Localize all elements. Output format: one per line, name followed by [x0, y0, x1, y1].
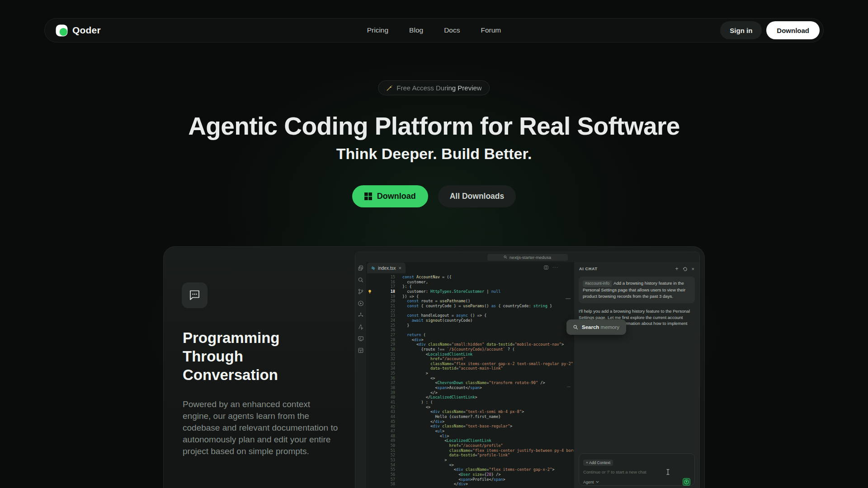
preview-badge: Free Access During Preview [378, 80, 490, 95]
code-line: 36 <> [366, 376, 574, 381]
ai-chat-panel: AI CHAT + × #account-infoAdd a browsing … [574, 262, 699, 488]
code-line: 19}) => { [366, 294, 574, 299]
code-line: 51 className="flex items-center justify-… [366, 448, 574, 453]
run-icon[interactable] [358, 300, 364, 307]
debug-icon[interactable] [358, 324, 364, 330]
hero-cta-row: Download All Downloads [0, 185, 868, 207]
code-line: 56 <User size={20} /> [366, 472, 574, 477]
code-line: 22 [366, 309, 574, 314]
search-memory-label-secondary: memory [601, 324, 620, 330]
code-line: 53 > [366, 458, 574, 463]
minimap-mark [567, 386, 571, 387]
code-line: 27 return ( [366, 333, 574, 338]
brand-logo[interactable]: Qoder [56, 24, 101, 37]
code-line: 52 data-testid="profile-link" [366, 453, 574, 458]
more-actions-icon[interactable]: ··· [552, 266, 558, 269]
code-editor: index.tsx × ··· 15const AccountNav = ({1… [366, 262, 574, 488]
ide-window: nextjs-starter-medusa index.tsx × [355, 252, 700, 488]
explorer-icon[interactable] [358, 265, 364, 272]
code-line: 29 <div className="small:hidden" data-te… [366, 342, 574, 347]
nav-link-pricing[interactable]: Pricing [367, 26, 388, 34]
code-line: 24 await signout(countryCode) [366, 318, 574, 323]
code-line: 54 <> [366, 463, 574, 468]
editor-tab-index-tsx[interactable]: index.tsx × [367, 263, 406, 273]
code-line: 34 data-testid="account-main-link" [366, 366, 574, 371]
tab-label: index.tsx [378, 266, 396, 271]
chat-title: AI CHAT [579, 267, 598, 271]
chevron-down-icon [596, 481, 599, 483]
react-icon [371, 266, 375, 270]
all-downloads-button[interactable]: All Downloads [438, 185, 516, 207]
add-context-button[interactable]: + Add Context [583, 460, 613, 466]
search-icon [573, 325, 578, 330]
feature-icon-card [182, 282, 208, 308]
code-line: 46 <div className="text-base-regular"> [366, 424, 574, 429]
code-line: 40 </LocalizedClientLink> [366, 395, 574, 400]
code-line: 50 href="/account/profile" [366, 443, 574, 448]
code-line: 44 Hello {customer?.first_name} [366, 414, 574, 419]
badge-text: Free Access During Preview [396, 84, 481, 92]
code-line: 17}: { [366, 284, 574, 289]
remote-icon[interactable] [358, 335, 364, 342]
minimap[interactable] [563, 273, 574, 488]
code-line: 26 [366, 328, 574, 333]
code-line: 23 const handleLogout = async () => { [366, 313, 574, 318]
history-icon[interactable] [683, 267, 688, 272]
chat-input-footer: Agent [583, 478, 690, 486]
code-line: 41 ) : ( [366, 400, 574, 405]
hero-download-button[interactable]: Download [352, 185, 428, 207]
code-line: 55 <div className="flex items-center gap… [366, 467, 574, 472]
tab-close-icon[interactable]: × [398, 265, 401, 271]
code-line: 15const AccountNav = ({ [366, 275, 574, 280]
feature-title: Programming Through Conversation [183, 328, 296, 384]
layout-icon[interactable] [358, 347, 364, 354]
search-icon[interactable] [358, 277, 364, 283]
chat-bubble-icon [189, 290, 201, 301]
editor-tab-actions: ··· [544, 265, 558, 270]
code-line: 47 <ul> [366, 429, 574, 434]
ide-command-search[interactable]: nextjs-starter-medusa [487, 254, 568, 261]
lightbulb-icon[interactable] [368, 290, 372, 294]
feature-description: Powered by an enhanced context engine, o… [183, 399, 339, 457]
nav-link-forum[interactable]: Forum [481, 26, 501, 34]
code-line: 35 > [366, 371, 574, 376]
code-line: 43 <div className="text-xl-semi mb-4 px-… [366, 409, 574, 414]
split-editor-icon[interactable] [544, 265, 548, 270]
agent-mode-label: Agent [583, 480, 594, 484]
code-line: 16 customer, [366, 280, 574, 285]
code-area[interactable]: 15const AccountNav = ({16 customer,17}: … [366, 273, 574, 488]
all-downloads-label: All Downloads [450, 192, 505, 201]
send-button[interactable] [683, 478, 690, 486]
nav-links: PricingBlogDocsForum [367, 26, 501, 34]
source-control-icon[interactable] [358, 288, 364, 295]
close-icon[interactable]: × [692, 267, 694, 271]
chat-input-box[interactable]: + Add Context Continue or '/' to start a… [579, 453, 695, 486]
nav-download-button[interactable]: Download [766, 21, 820, 39]
code-line: 33 className="flex items-center gap-x-2 … [366, 361, 574, 366]
code-line: 18 customer: HttpTypes.StoreCustomer | n… [366, 289, 574, 294]
code-line: 42 <> [366, 405, 574, 410]
chat-input-placeholder[interactable]: Continue or '/' to start a new chat [583, 469, 690, 474]
search-memory-button[interactable]: Search memory [566, 319, 626, 335]
windows-icon [364, 192, 372, 200]
context-tag[interactable]: #account-info [583, 281, 612, 287]
new-chat-plus-icon[interactable]: + [675, 267, 679, 271]
chat-header-icons: + × [675, 267, 694, 272]
qoder-logo-icon [56, 24, 68, 37]
search-icon [504, 255, 507, 259]
nav-actions: Sign in Download [720, 21, 820, 39]
editor-tabbar: index.tsx × ··· [366, 262, 574, 273]
extensions-icon[interactable] [358, 312, 364, 319]
hero-download-label: Download [377, 192, 416, 201]
code-line: 58 </div> [366, 482, 574, 487]
sign-in-button[interactable]: Sign in [720, 21, 762, 39]
code-line: 28 <div> [366, 338, 574, 343]
nav-link-docs[interactable]: Docs [444, 26, 460, 34]
agent-mode-selector[interactable]: Agent [583, 480, 599, 484]
brand-name: Qoder [72, 25, 101, 36]
ide-search-text: nextjs-starter-medusa [509, 255, 551, 260]
code-line: 32 href="/account" [366, 357, 574, 361]
nav-link-blog[interactable]: Blog [409, 26, 423, 34]
code-line: 49 <LocalizedClientLink [366, 438, 574, 443]
top-navigation-bar: Qoder PricingBlogDocsForum Sign in Downl… [44, 18, 824, 42]
